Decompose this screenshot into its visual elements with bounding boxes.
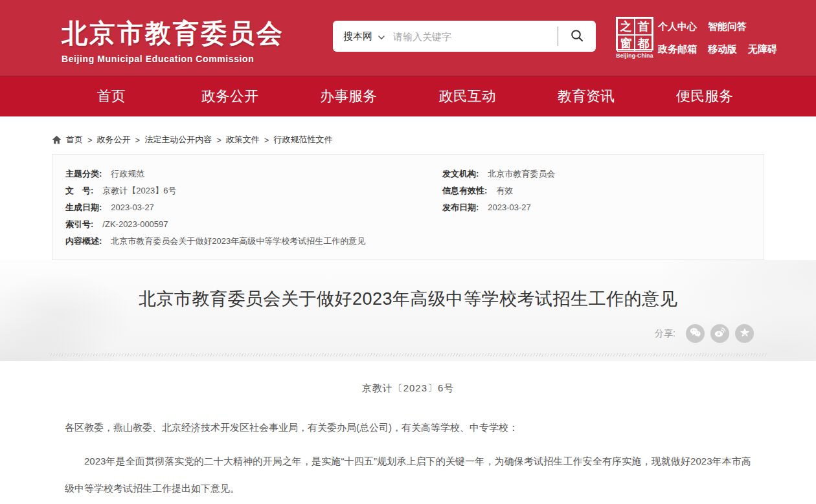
weibo-icon xyxy=(714,327,726,340)
search-box: 搜本网 xyxy=(333,21,596,52)
meta-row-creation-date: 生成日期: 2023-03-27 xyxy=(65,199,442,216)
doc-metadata-panel: 主题分类: 行政规范 文 号: 京教计【2023】6号 生成日期: 2023-0… xyxy=(52,154,764,260)
site-logo-cn: 北京市教育委员会 xyxy=(62,16,284,51)
share-wechat-button[interactable] xyxy=(686,324,705,343)
article-title-band: 北京市教育委员会关于做好2023年高级中等学校考试招生工作的意见 分享: xyxy=(0,260,816,361)
capital-window-grid: 之 首 窗 都 xyxy=(616,17,653,50)
addressee-line: 各区教委，燕山教委、北京经济技术开发区社会事业局，有关委办局(总公司)，有关高等… xyxy=(65,419,751,436)
quick-link-smart-qa[interactable]: 智能问答 xyxy=(708,21,747,33)
quick-link-personal-center[interactable]: 个人中心 xyxy=(658,21,697,33)
meta-label: 索引号: xyxy=(65,216,93,233)
site-logo-en: Beijing Municipal Education Commission xyxy=(62,54,284,64)
doc-number-line: 京教计〔2023〕6号 xyxy=(65,382,751,395)
meta-value: 2023-03-27 xyxy=(488,199,531,216)
capital-window-logo[interactable]: 之 首 窗 都 Beijing-China xyxy=(614,17,655,59)
meta-label: 内容概述: xyxy=(65,233,102,250)
search-input[interactable] xyxy=(393,31,558,42)
breadcrumb-item-1[interactable]: 政务公开 xyxy=(97,134,131,146)
quick-link-gov-mail[interactable]: 政务邮箱 xyxy=(658,43,697,56)
hatched-divider xyxy=(49,353,767,356)
capital-window-caption: Beijing-China xyxy=(614,52,655,59)
meta-label: 信息有效性: xyxy=(442,182,487,199)
breadcrumb-separator: > xyxy=(135,135,141,145)
nav-item-services[interactable]: 办事服务 xyxy=(289,76,408,116)
meta-label: 文 号: xyxy=(65,182,93,199)
page-title: 北京市教育委员会关于做好2023年高级中等学校考试招生工作的意见 xyxy=(52,260,764,311)
meta-value: 北京市教育委员会 xyxy=(488,166,555,182)
quick-links: 个人中心 智能问答 政务邮箱 移动版 无障碍 xyxy=(658,21,777,56)
star-icon xyxy=(739,327,751,341)
meta-row-topic-class: 主题分类: 行政规范 xyxy=(65,166,442,182)
meta-row-issuing-agency: 发文机构: 北京市教育委员会 xyxy=(442,166,751,182)
nav-item-interaction[interactable]: 政民互动 xyxy=(408,76,527,116)
meta-label: 生成日期: xyxy=(65,199,102,216)
quick-link-accessibility[interactable]: 无障碍 xyxy=(748,43,777,56)
cw-char: 之 xyxy=(617,18,635,35)
search-scope-label: 搜本网 xyxy=(343,30,372,43)
search-button[interactable] xyxy=(558,21,596,52)
meta-row-doc-number: 文 号: 京教计【2023】6号 xyxy=(65,182,442,199)
breadcrumb-separator: > xyxy=(87,135,93,145)
share-label: 分享: xyxy=(655,328,675,340)
nav-item-home[interactable]: 首页 xyxy=(52,76,170,116)
breadcrumb: 首页 > 政务公开 > 法定主动公开内容 > 政策文件 > 行政规范性文件 xyxy=(52,116,764,146)
meta-label: 发布日期: xyxy=(442,199,479,216)
body-paragraph: 2023年是全面贯彻落实党的二十大精神的开局之年，是实施“十四五”规划承上启下的… xyxy=(65,448,751,502)
nav-item-edu-news[interactable]: 教育资讯 xyxy=(527,76,645,116)
nav-item-convenience[interactable]: 便民服务 xyxy=(646,76,764,116)
breadcrumb-item-2[interactable]: 法定主动公开内容 xyxy=(144,134,212,146)
site-logo[interactable]: 北京市教育委员会 Beijing Municipal Education Com… xyxy=(62,16,284,64)
meta-row-summary: 内容概述: 北京市教育委员会关于做好2023年高级中等学校考试招生工作的意见 xyxy=(65,233,442,250)
search-scope-dropdown[interactable]: 搜本网 xyxy=(333,30,393,43)
share-weibo-button[interactable] xyxy=(710,324,729,343)
meta-value: 有效 xyxy=(496,182,513,199)
cw-char: 窗 xyxy=(617,35,635,52)
nav-item-gov-disclosure[interactable]: 政务公开 xyxy=(170,76,289,116)
cw-char: 都 xyxy=(635,35,652,52)
meta-label: 发文机构: xyxy=(442,166,479,182)
share-row: 分享: xyxy=(52,324,764,343)
chevron-down-icon xyxy=(378,31,385,42)
search-icon xyxy=(569,28,585,45)
breadcrumb-item-3[interactable]: 政策文件 xyxy=(226,134,260,146)
share-qzone-button[interactable] xyxy=(735,324,754,343)
breadcrumb-home[interactable]: 首页 xyxy=(66,134,83,146)
breadcrumb-item-4[interactable]: 行政规范性文件 xyxy=(273,134,332,146)
home-icon xyxy=(52,135,62,144)
site-header: 北京市教育委员会 Beijing Municipal Education Com… xyxy=(0,0,816,76)
meta-value: 行政规范 xyxy=(111,166,144,182)
main-nav: 首页 政务公开 办事服务 政民互动 教育资讯 便民服务 xyxy=(0,76,816,116)
article-body: 京教计〔2023〕6号 各区教委，燕山教委、北京经济技术开发区社会事业局，有关委… xyxy=(52,382,764,502)
meta-row-publish-date: 发布日期: 2023-03-27 xyxy=(442,199,751,216)
meta-row-validity: 信息有效性: 有效 xyxy=(442,182,751,199)
meta-label: 主题分类: xyxy=(65,166,102,182)
meta-value: 京教计【2023】6号 xyxy=(102,182,176,199)
meta-value: /ZK-2023-000597 xyxy=(102,216,168,233)
breadcrumb-separator: > xyxy=(264,135,269,145)
meta-value: 北京市教育委员会关于做好2023年高级中等学校考试招生工作的意见 xyxy=(111,233,365,250)
meta-row-index-number: 索引号: /ZK-2023-000597 xyxy=(65,216,442,233)
quick-link-mobile[interactable]: 移动版 xyxy=(708,43,737,56)
breadcrumb-separator: > xyxy=(216,135,221,145)
cw-char: 首 xyxy=(635,18,652,35)
meta-value: 2023-03-27 xyxy=(111,199,154,216)
wechat-icon xyxy=(689,327,701,340)
